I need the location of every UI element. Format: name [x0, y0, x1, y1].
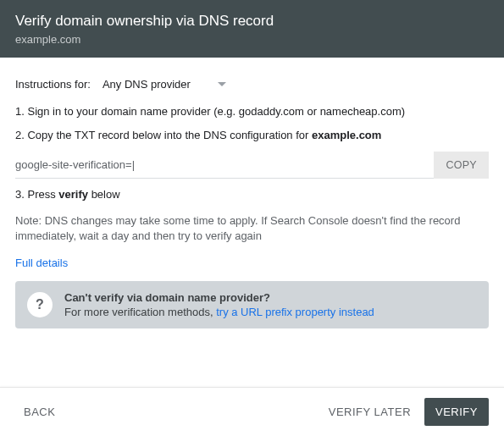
dialog-domain: example.com [15, 33, 489, 46]
step-3-suffix: below [88, 188, 120, 201]
dialog-title: Verify domain ownership via DNS record [15, 13, 489, 30]
chevron-down-icon [218, 82, 226, 86]
txt-record-input[interactable] [15, 152, 434, 179]
steps-list-2: Press verify below [15, 187, 489, 202]
step-1: Sign in to your domain name provider (e.… [15, 104, 489, 119]
help-sub-prefix: For more verification methods, [64, 306, 216, 318]
copy-button[interactable]: COPY [434, 152, 489, 179]
step-2: Copy the TXT record below into the DNS c… [15, 128, 489, 143]
step-3: Press verify below [15, 187, 489, 202]
help-text: Can't verify via domain name provider? F… [64, 291, 374, 318]
question-icon: ? [27, 292, 53, 317]
help-subtitle: For more verification methods, try a URL… [64, 306, 374, 318]
full-details-link[interactable]: Full details [15, 257, 68, 269]
dialog-footer: BACK VERIFY LATER VERIFY [0, 387, 504, 436]
help-box: ? Can't verify via domain name provider?… [15, 281, 489, 328]
steps-list: Sign in to your domain name provider (e.… [15, 104, 489, 143]
dialog-content: Instructions for: Any DNS provider Sign … [0, 58, 504, 339]
dns-provider-dropdown[interactable]: Any DNS provider [102, 78, 226, 91]
txt-record-row: COPY [15, 152, 489, 179]
step-3-verify: verify [58, 188, 88, 201]
step-2-text: Copy the TXT record below into the DNS c… [27, 129, 312, 141]
footer-right: VERIFY LATER VERIFY [320, 398, 489, 426]
step-3-prefix: Press [27, 188, 58, 201]
dialog-header: Verify domain ownership via DNS record e… [0, 0, 504, 58]
url-prefix-link[interactable]: try a URL prefix property instead [216, 306, 374, 318]
step-2-domain: example.com [312, 129, 381, 141]
instructions-label: Instructions for: [15, 78, 91, 91]
verify-button[interactable]: VERIFY [424, 398, 489, 426]
dns-note: Note: DNS changes may take some time to … [15, 213, 489, 246]
back-button[interactable]: BACK [15, 399, 64, 425]
verify-later-button[interactable]: VERIFY LATER [320, 399, 419, 425]
instructions-row: Instructions for: Any DNS provider [15, 78, 489, 91]
help-title: Can't verify via domain name provider? [64, 291, 374, 304]
dns-provider-selected: Any DNS provider [102, 78, 191, 91]
